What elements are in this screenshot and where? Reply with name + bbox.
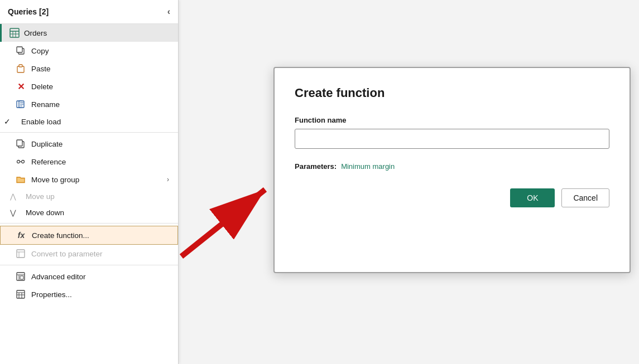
editor-icon (16, 271, 26, 282)
parameters-row: Parameters: Minimum margin (295, 162, 609, 171)
convert-to-parameter-label: Convert to parameter (31, 250, 169, 258)
divider-1 (0, 132, 178, 133)
menu-item-delete[interactable]: ✕ Delete (0, 77, 178, 95)
copy-icon (16, 46, 26, 56)
rename-label: Rename (31, 100, 169, 109)
advanced-editor-label: Advanced editor (31, 273, 169, 281)
reference-label: Reference (31, 158, 169, 166)
ok-button[interactable]: OK (510, 188, 555, 207)
menu-item-move-up[interactable]: ⋀ Move up (0, 188, 178, 205)
orders-table-icon (9, 28, 20, 38)
svg-line-32 (181, 190, 265, 256)
context-menu-panel: Queries [2] ‹ Orders Copy (0, 0, 179, 364)
panel-title: Queries [2] (8, 7, 49, 16)
function-name-label: Function name (295, 116, 609, 124)
enable-load-label: Enable load (21, 118, 169, 126)
dialog-buttons: OK Cancel (295, 188, 609, 207)
folder-icon (16, 174, 26, 185)
function-name-input[interactable] (295, 129, 609, 149)
properties-label: Properties... (31, 290, 169, 299)
svg-rect-7 (17, 66, 24, 72)
down-arrow-icon: ⋁ (8, 208, 18, 217)
svg-rect-15 (17, 140, 22, 146)
up-arrow-icon: ⋀ (8, 192, 18, 201)
move-down-label: Move down (26, 208, 169, 217)
duplicate-icon (16, 139, 26, 149)
svg-rect-6 (17, 47, 22, 52)
svg-point-17 (22, 161, 25, 163)
menu-item-create-function[interactable]: fx Create function... (0, 226, 178, 245)
checkmark-icon: ✓ (2, 117, 12, 126)
param-icon (16, 249, 26, 259)
parameters-value: Minimum margin (341, 162, 395, 171)
menu-item-move-to-group[interactable]: Move to group › (0, 171, 178, 188)
fx-icon: fx (16, 230, 26, 240)
move-up-label: Move up (26, 192, 169, 201)
menu-item-convert-to-parameter[interactable]: Convert to parameter (0, 245, 178, 263)
paste-icon (16, 64, 26, 74)
svg-rect-25 (20, 276, 23, 279)
cancel-button[interactable]: Cancel (561, 188, 609, 207)
orders-item[interactable]: Orders (0, 24, 178, 42)
duplicate-label: Duplicate (31, 140, 169, 148)
delete-icon: ✕ (16, 81, 26, 91)
divider-2 (0, 223, 178, 224)
copy-label: Copy (31, 47, 169, 55)
svg-rect-19 (17, 250, 25, 258)
collapse-button[interactable]: ‹ (167, 7, 170, 17)
menu-item-rename[interactable]: Rename (0, 95, 178, 113)
menu-item-advanced-editor[interactable]: Advanced editor (0, 268, 178, 285)
reference-icon (16, 157, 26, 167)
rename-icon (16, 99, 26, 109)
dialog-title: Create function (295, 86, 609, 100)
create-function-dialog: Create function Function name Parameters… (273, 67, 631, 273)
svg-rect-8 (19, 65, 22, 67)
menu-item-move-down[interactable]: ⋁ Move down (0, 205, 178, 221)
menu-item-paste[interactable]: Paste (0, 60, 178, 77)
parameters-label: Parameters: (295, 162, 337, 171)
menu-item-reference[interactable]: Reference (0, 153, 178, 171)
orders-label: Orders (24, 29, 47, 37)
menu-item-properties[interactable]: Properties... (0, 285, 178, 303)
divider-3 (0, 265, 178, 265)
move-to-group-label: Move to group (31, 176, 161, 184)
paste-label: Paste (31, 65, 169, 73)
menu-item-enable-load[interactable]: ✓ Enable load (0, 113, 178, 130)
submenu-arrow-icon: › (167, 176, 169, 183)
menu-item-duplicate[interactable]: Duplicate (0, 135, 178, 153)
create-function-label: Create function... (32, 231, 169, 240)
menu-item-copy[interactable]: Copy (0, 42, 178, 60)
panel-header: Queries [2] ‹ (0, 0, 178, 24)
svg-rect-0 (10, 28, 19, 37)
properties-icon (16, 289, 26, 299)
delete-label: Delete (31, 82, 169, 91)
svg-point-16 (17, 161, 20, 163)
svg-rect-26 (17, 290, 25, 298)
